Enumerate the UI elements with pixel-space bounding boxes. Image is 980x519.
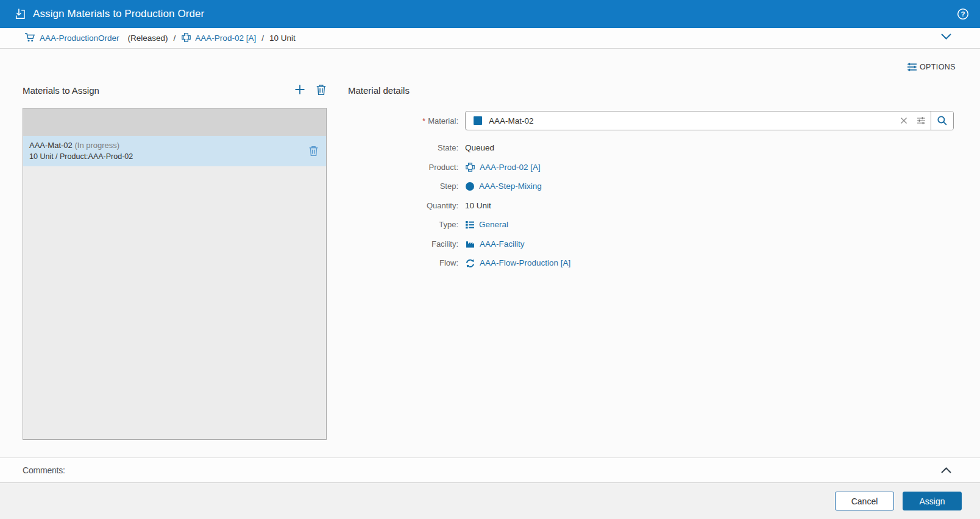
options-button[interactable]: OPTIONS (906, 62, 956, 72)
assign-import-icon (13, 8, 26, 21)
material-input[interactable] (483, 111, 896, 130)
comments-section: Comments: (0, 457, 980, 483)
product-label: Product: (348, 163, 465, 172)
step-icon (465, 182, 475, 191)
type-list-icon (465, 220, 475, 230)
material-lookup-control (465, 111, 954, 130)
add-material-button[interactable] (294, 83, 306, 96)
breadcrumb-order: AAA-ProductionOrder (Released) (24, 32, 168, 44)
search-button[interactable] (931, 111, 953, 130)
field-row-flow: Flow: AAA-Flow-Production [A] (348, 253, 960, 273)
flow-label: Flow: (348, 258, 465, 267)
facility-link[interactable]: AAA-Facility (480, 239, 525, 249)
comments-collapse-chevron-up-icon[interactable] (940, 467, 952, 474)
options-icon (906, 62, 918, 72)
material-item-name: AAA-Mat-02 (29, 141, 73, 150)
material-item-status: (In progress) (74, 141, 119, 150)
advanced-filter-icon[interactable] (912, 111, 931, 130)
delete-all-materials-button[interactable] (316, 84, 327, 96)
breadcrumb-collapse-chevron-down-icon[interactable] (940, 33, 952, 42)
field-row-material: *Material: (348, 111, 960, 130)
quantity-label: Quantity: (348, 201, 465, 210)
breadcrumb-quantity: 10 Unit (269, 34, 296, 43)
clear-icon[interactable] (896, 111, 912, 130)
step-label: Step: (348, 182, 465, 191)
breadcrumb-order-state: (Released) (128, 34, 168, 43)
field-row-quantity: Quantity: 10 Unit (348, 196, 960, 216)
delete-material-row-button[interactable] (308, 146, 319, 157)
flow-cycle-icon (465, 258, 475, 268)
product-link[interactable]: AAA-Prod-02 [A] (480, 163, 541, 172)
material-details-form: *Material: (348, 111, 960, 273)
breadcrumb-separator: / (174, 34, 176, 43)
page-title: Assign Materials to Production Order (33, 8, 204, 20)
breadcrumb-product-link[interactable]: AAA-Prod-02 [A] (195, 34, 256, 43)
breadcrumb-order-link[interactable]: AAA-ProductionOrder (40, 34, 119, 43)
breadcrumb-separator-2: / (261, 34, 264, 43)
comments-label: Comments: (23, 465, 65, 475)
field-row-product: Product: AAA-Prod-02 [A] (348, 158, 960, 177)
facility-factory-icon (465, 239, 475, 249)
svg-text:?: ? (960, 10, 965, 18)
material-field-label: *Material: (348, 116, 465, 125)
product-icon (465, 162, 475, 172)
material-details-title: Material details (348, 85, 410, 96)
step-link[interactable]: AAA-Step-Mixing (479, 182, 542, 191)
quantity-value: 10 Unit (465, 201, 491, 210)
type-label: Type: (348, 220, 465, 229)
material-item-detail: 10 Unit / Product:AAA-Prod-02 (29, 151, 308, 163)
title-bar: Assign Materials to Production Order ? (0, 0, 980, 28)
footer-action-bar: Cancel Assign (0, 483, 980, 519)
materials-panel-title: Materials to Assign (23, 85, 99, 96)
facility-label: Facility: (348, 239, 465, 249)
flow-link[interactable]: AAA-Flow-Production [A] (480, 258, 570, 267)
material-list-item[interactable]: AAA-Mat-02 (In progress) 10 Unit / Produ… (23, 136, 326, 166)
cart-icon (24, 32, 36, 44)
options-label: OPTIONS (920, 63, 956, 71)
product-icon (181, 32, 191, 44)
help-icon[interactable]: ? (957, 8, 969, 20)
field-row-step: Step: AAA-Step-Mixing (348, 177, 960, 196)
required-marker: * (422, 116, 425, 125)
field-row-type: Type: General (348, 215, 960, 235)
state-value: Queued (465, 143, 494, 152)
breadcrumb-product: AAA-Prod-02 [A] (181, 32, 256, 44)
breadcrumb: AAA-ProductionOrder (Released) / AAA-Pro… (0, 28, 980, 49)
materials-list-header (23, 108, 326, 136)
assign-button[interactable]: Assign (903, 492, 962, 510)
cancel-button[interactable]: Cancel (835, 492, 894, 510)
state-label: State: (348, 143, 465, 152)
main-content: OPTIONS Materials to Assign AAA-Mat-02 (… (0, 49, 980, 457)
material-square-icon (466, 111, 483, 130)
type-link[interactable]: General (479, 220, 508, 229)
materials-panel-header: Materials to Assign (23, 83, 327, 96)
materials-list: AAA-Mat-02 (In progress) 10 Unit / Produ… (23, 108, 327, 440)
field-row-facility: Facility: AAA-Facility (348, 235, 960, 254)
field-row-state: State: Queued (348, 138, 960, 158)
